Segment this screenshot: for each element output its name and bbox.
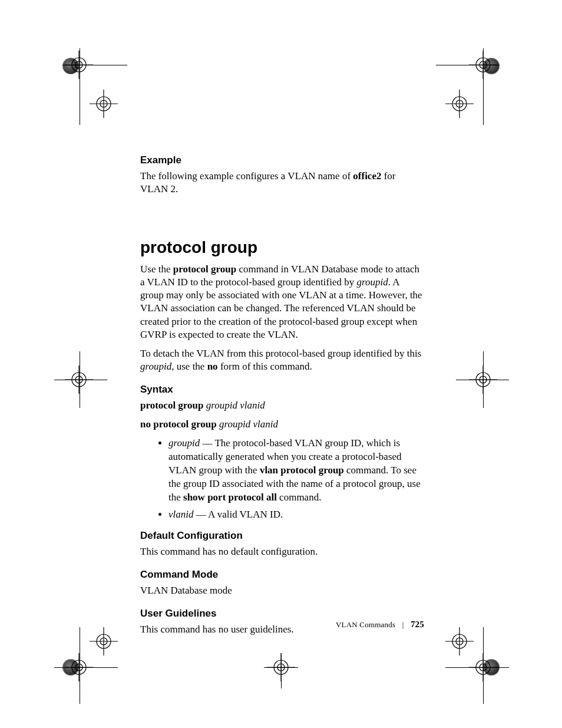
section-para-2: To detach the VLAN from this protocol-ba… — [140, 347, 424, 373]
text-bold: vlan protocol group — [260, 465, 344, 476]
default-config-text: This command has no default configuratio… — [140, 545, 424, 558]
text: Use the — [140, 263, 173, 275]
text: command. — [277, 492, 322, 503]
heading-example: Example — [140, 154, 424, 166]
crop-line — [281, 653, 282, 689]
section-title: protocol group — [140, 238, 424, 257]
syntax-line-2: no protocol group groupid vlanid — [140, 418, 424, 431]
footer-page-number: 725 — [411, 620, 424, 629]
registration-mark-icon — [443, 87, 476, 120]
text-italic: groupid — [140, 361, 171, 372]
crop-line — [54, 667, 118, 668]
page-content: Example The following example configures… — [140, 154, 424, 642]
text: form of this command. — [218, 361, 312, 372]
registration-mark-icon — [87, 87, 120, 120]
text-italic: groupid — [356, 276, 388, 288]
crop-line — [80, 48, 80, 125]
heading-syntax: Syntax — [140, 384, 424, 396]
print-orb-tl — [62, 58, 79, 74]
crop-line — [456, 380, 509, 380]
crop-line — [436, 65, 500, 65]
footer-separator: | — [402, 620, 404, 629]
section-para-1: Use the protocol group command in VLAN D… — [140, 263, 424, 341]
text-italic: groupid vlanid — [206, 400, 265, 411]
list-item: vlanid — A valid VLAN ID. — [168, 508, 424, 522]
text: , use the — [171, 361, 207, 372]
crop-line — [445, 667, 509, 668]
text-bold: no protocol group — [140, 419, 219, 430]
text: To detach the VLAN from this protocol-ba… — [140, 348, 421, 359]
text-italic: groupid vlanid — [219, 419, 278, 430]
heading-default-config: Default Configuration — [140, 530, 424, 542]
crop-line — [483, 48, 484, 125]
registration-mark-icon — [87, 625, 120, 658]
heading-command-mode: Command Mode — [140, 569, 424, 581]
text: The following example configures a VLAN … — [140, 170, 353, 182]
list-item: groupid — The protocol-based VLAN group … — [168, 437, 424, 505]
crop-line — [483, 627, 484, 704]
footer-section: VLAN Commands — [336, 620, 395, 629]
syntax-bullets: groupid — The protocol-based VLAN group … — [140, 437, 424, 522]
text-italic: groupid — [168, 437, 200, 449]
text-bold: protocol group — [173, 263, 237, 275]
print-orb-tr — [483, 58, 500, 74]
syntax-line-1: protocol group groupid vlanid — [140, 399, 424, 412]
page-footer: VLAN Commands | 725 — [140, 620, 424, 630]
heading-user-guidelines: User Guidelines — [140, 608, 424, 620]
crop-line — [62, 65, 127, 65]
crop-line — [80, 627, 80, 704]
crop-line — [54, 380, 107, 380]
text-bold: no — [207, 361, 218, 372]
text-bold: protocol group — [140, 400, 206, 411]
text-italic: vlanid — [168, 509, 194, 520]
text-bold: show port protocol all — [183, 492, 277, 503]
crop-line — [264, 667, 298, 668]
registration-mark-icon — [443, 625, 476, 658]
text-bold: office2 — [353, 170, 381, 182]
command-mode-text: VLAN Database mode — [140, 584, 424, 597]
example-text: The following example configures a VLAN … — [140, 170, 424, 196]
text: — A valid VLAN ID. — [194, 509, 283, 520]
